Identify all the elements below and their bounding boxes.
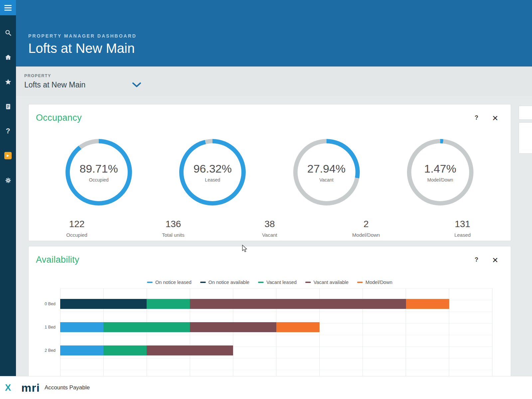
donut-vacant: 27.94% Vacant — [293, 139, 360, 205]
bar-category-label: 0 Bed — [29, 302, 60, 306]
legend-item[interactable]: Vacant available — [305, 280, 348, 285]
stat-value: 136 — [125, 219, 221, 229]
availability-title: Availability — [36, 255, 79, 265]
bar-track — [60, 299, 492, 309]
legend-swatch — [357, 282, 363, 283]
bar-category-label: 1 Bed — [29, 325, 60, 330]
peeking-card — [519, 122, 532, 154]
gauge-percent: 27.94% — [307, 162, 345, 175]
gauge-label: Occupied — [89, 177, 108, 183]
bar-segment-vacant-available[interactable] — [147, 345, 233, 355]
legend-swatch — [258, 282, 264, 283]
stat-value: 38 — [221, 219, 318, 229]
gauge-percent: 89.71% — [79, 162, 118, 175]
sidebar: ? ▶ — [0, 0, 16, 376]
donut-occupied: 89.71% Occupied — [66, 139, 132, 205]
availability-help-button[interactable]: ? — [474, 256, 478, 263]
bar-segment-model-down[interactable] — [406, 299, 449, 309]
mri-logo: mri — [21, 381, 40, 394]
occupancy-card: Occupancy ? × 89.71% Occupied 96.32% Lea… — [28, 104, 511, 241]
occupancy-title: Occupancy — [36, 113, 82, 123]
bar-segment-vacant-available[interactable] — [190, 322, 276, 332]
gauge-label: Leased — [205, 177, 220, 183]
search-icon[interactable] — [4, 29, 12, 37]
bar-segment-vacant-available[interactable] — [190, 299, 406, 309]
main-content: Occupancy ? × 89.71% Occupied 96.32% Lea… — [16, 96, 532, 399]
gauge-label: Vacant — [319, 177, 333, 183]
bar-category-label: 2 Bed — [29, 348, 60, 353]
donut-leased: 96.32% Leased — [179, 139, 246, 205]
legend-label: On notice available — [208, 280, 249, 285]
property-bar: PROPERTY Lofts at New Main — [16, 66, 532, 96]
stat-value: 131 — [414, 219, 511, 229]
legend-label: On notice leased — [155, 280, 192, 285]
stat-label: Occupied — [29, 232, 125, 238]
help-icon[interactable]: ? — [4, 127, 12, 135]
header: PROPERTY MANAGER DASHBOARD Lofts at New … — [16, 0, 532, 66]
stat-value: 2 — [318, 219, 414, 229]
stat-vacant: 38 Vacant — [221, 219, 318, 238]
occupancy-card-header: Occupancy ? × — [29, 104, 511, 123]
stat-value: 122 — [29, 219, 125, 229]
stat-label: Vacant — [221, 232, 318, 238]
bar-segment-on-notice-leased[interactable] — [60, 322, 103, 332]
bar-row: 2 Bed — [29, 339, 511, 362]
stat-model-down: 2 Model/Down — [318, 219, 414, 238]
menu-button[interactable] — [0, 0, 16, 15]
star-icon[interactable] — [4, 78, 12, 86]
header-eyebrow: PROPERTY MANAGER DASHBOARD — [28, 33, 532, 39]
stat-label: Leased — [414, 232, 511, 238]
legend-swatch — [147, 282, 153, 283]
availability-card-header: Availability ? × — [29, 246, 511, 265]
stat-total-units: 136 Total units — [125, 219, 221, 238]
bar-segment-on-notice-leased[interactable] — [60, 345, 103, 355]
bar-track — [60, 345, 492, 355]
bar-segment-vacant-leased[interactable] — [147, 299, 190, 309]
legend-swatch — [305, 282, 311, 283]
stat-occupied: 122 Occupied — [29, 219, 125, 238]
stat-label: Model/Down — [318, 232, 414, 238]
donut-model-down: 1.47% Model/Down — [407, 139, 473, 205]
legend-label: Vacant leased — [266, 280, 297, 285]
bar-row: 0 Bed — [29, 292, 511, 316]
bar-segment-vacant-leased[interactable] — [103, 322, 190, 332]
legend-swatch — [200, 282, 206, 283]
availability-legend: On notice leasedOn notice availableVacan… — [29, 280, 511, 285]
occupancy-gauges: 89.71% Occupied 96.32% Leased 27.94% Vac… — [29, 139, 511, 205]
occupancy-close-button[interactable]: × — [492, 113, 498, 123]
occupancy-stats: 122 Occupied 136 Total units 38 Vacant 2… — [29, 219, 511, 238]
sidebar-icon-list: ? ▶ — [4, 29, 12, 184]
property-label: PROPERTY — [24, 73, 532, 78]
page-title: Lofts at New Main — [28, 41, 532, 56]
gauge-percent: 96.32% — [194, 162, 232, 175]
training-icon[interactable]: ▶ — [4, 152, 12, 160]
bar-row: 1 Bed — [29, 316, 511, 339]
legend-label: Model/Down — [365, 280, 392, 285]
footer-app-name: Accounts Payable — [45, 384, 90, 391]
legend-item[interactable]: On notice leased — [147, 280, 192, 285]
bar-segment-on-notice-available[interactable] — [60, 299, 147, 309]
legend-item[interactable]: Vacant leased — [258, 280, 297, 285]
footer: X mri Accounts Payable — [0, 376, 532, 399]
bar-segment-vacant-leased[interactable] — [103, 345, 147, 355]
occupancy-help-button[interactable]: ? — [474, 114, 478, 121]
settings-gear-icon[interactable] — [4, 176, 12, 184]
legend-label: Vacant available — [314, 280, 348, 285]
chevron-down-icon — [132, 82, 141, 88]
property-value: Lofts at New Main — [24, 80, 85, 89]
bar-track — [60, 322, 492, 332]
gauge-percent: 1.47% — [424, 162, 456, 175]
right-edge-panel — [516, 106, 532, 378]
reports-icon[interactable] — [4, 102, 12, 110]
x-logo-icon[interactable]: X — [0, 383, 16, 393]
stat-label: Total units — [125, 232, 221, 238]
bar-segment-model-down[interactable] — [276, 322, 320, 332]
stat-leased: 131 Leased — [414, 219, 511, 238]
legend-item[interactable]: On notice available — [200, 280, 249, 285]
peeking-card — [519, 106, 532, 120]
home-icon[interactable] — [4, 53, 12, 61]
gauge-label: Model/Down — [427, 177, 453, 183]
availability-close-button[interactable]: × — [492, 255, 498, 265]
legend-item[interactable]: Model/Down — [357, 280, 392, 285]
property-dropdown[interactable]: Lofts at New Main — [24, 80, 532, 89]
